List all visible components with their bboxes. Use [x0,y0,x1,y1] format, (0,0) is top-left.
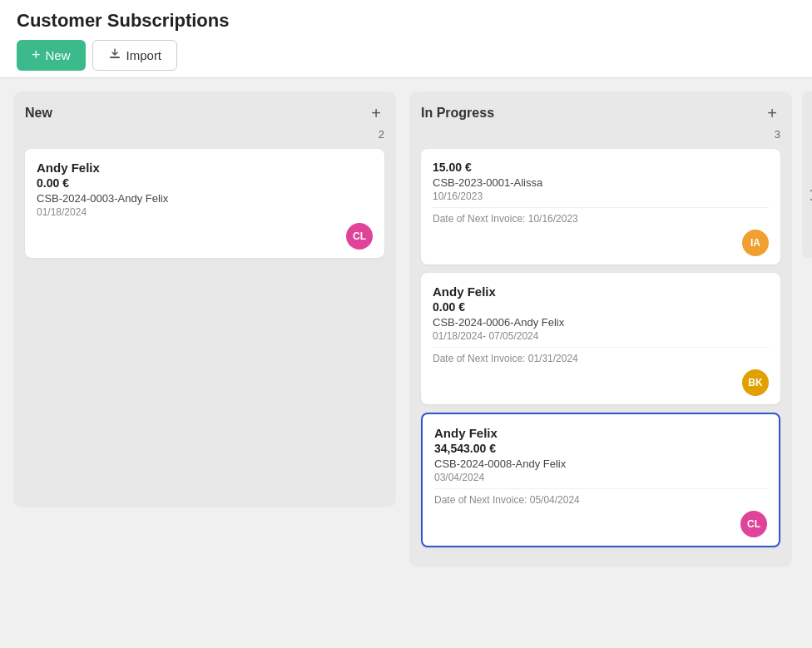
card-footer: CL [434,511,767,537]
import-button[interactable]: Import [92,40,178,71]
kanban-board: New + 2 Andy Felix 0.00 € CSB-2024-0003-… [0,78,812,631]
card-date: 01/18/2024- 07/05/2024 [433,330,769,342]
page-title: Customer Subscriptions [17,10,795,32]
toolbar: + New Import [17,40,795,71]
avatar: BK [742,369,769,396]
card-amount: 34,543.00 € [434,442,767,455]
avatar: CL [346,223,373,250]
kanban-card-selected[interactable]: Andy Felix 34,543.00 € CSB-2024-0008-And… [421,413,780,547]
column-closed[interactable]: ↔ Closed (1) [802,92,812,258]
card-amount: 0.00 € [37,176,373,190]
kanban-card[interactable]: Andy Felix 0.00 € CSB-2024-0003-Andy Fel… [25,149,384,258]
import-button-label: Import [126,48,162,62]
card-subscription-id: CSB-2024-0003-Andy Felix [37,192,373,205]
column-in-progress-title: In Progress [421,106,494,121]
card-date: 10/16/2023 [433,190,769,202]
card-date: 01/18/2024 [37,206,373,218]
column-in-progress-add-button[interactable]: + [764,103,780,123]
card-name: Andy Felix [433,284,769,299]
kanban-card[interactable]: Andy Felix 0.00 € CSB-2024-0006-Andy Fel… [421,273,780,404]
card-name: Andy Felix [37,161,373,175]
avatar: CL [740,511,767,537]
column-new-header: New + [25,103,384,123]
column-new-count: 2 [25,128,384,141]
card-date: 03/04/2024 [434,472,767,483]
card-footer: IA [433,230,769,256]
card-next-invoice: Date of Next Invoice: 01/31/2024 [433,347,769,364]
column-new: New + 2 Andy Felix 0.00 € CSB-2024-0003-… [13,92,396,507]
card-amount: 15.00 € [433,161,769,174]
column-in-progress: In Progress + 3 15.00 € CSB-2023-0001-Al… [409,92,792,567]
card-subscription-id: CSB-2024-0006-Andy Felix [433,316,769,329]
column-new-title: New [25,106,52,121]
card-amount: 0.00 € [433,300,769,314]
card-subscription-id: CSB-2023-0001-Alissa [433,176,769,189]
import-icon [108,47,121,63]
column-in-progress-count: 3 [421,128,780,141]
avatar: IA [742,230,769,256]
card-footer: BK [433,369,769,396]
plus-icon: + [32,47,41,64]
kanban-card[interactable]: 15.00 € CSB-2023-0001-Alissa 10/16/2023 … [421,149,780,265]
new-button-label: New [46,48,71,62]
card-name: Andy Felix [434,426,767,440]
column-in-progress-header: In Progress + [421,103,780,123]
column-new-add-button[interactable]: + [368,103,384,123]
card-subscription-id: CSB-2024-0008-Andy Felix [434,458,767,470]
svg-rect-0 [110,57,120,58]
card-next-invoice: Date of Next Invoice: 10/16/2023 [433,207,769,225]
card-footer: CL [37,223,373,250]
page-header: Customer Subscriptions + New Import [0,0,812,78]
new-button[interactable]: + New [17,40,86,71]
card-next-invoice: Date of Next Invoice: 05/04/2024 [434,488,767,506]
